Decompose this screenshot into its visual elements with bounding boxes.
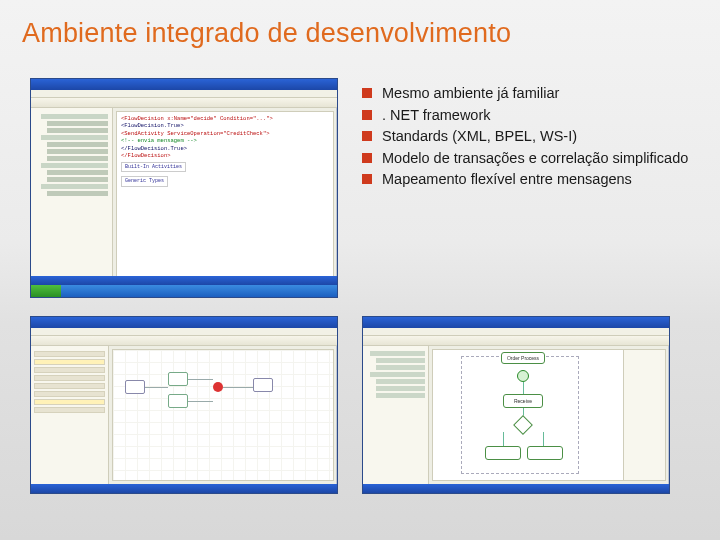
collapsed-region: Generic Types [121,176,168,187]
bullet-text: Mapeamento flexível entre mensagens [382,171,632,187]
code-line: <SendActivity ServiceOperation="CreditCh… [121,130,329,137]
functoid-icon [213,382,223,392]
windows-taskbar [31,285,337,297]
port-shape: Order Process [501,352,545,364]
start-button [31,285,61,297]
orchestration-tree [363,346,429,484]
code-pane: <FlowDecision x:Name="decide" Condition=… [116,111,334,285]
window-toolbar [31,98,337,108]
screenshot-code-editor: <FlowDecision x:Name="decide" Condition=… [30,78,338,298]
design-surface: Order Process Receive [432,349,666,481]
window-statusbar [31,276,337,285]
code-line: <FlowDecision.True> [121,122,329,129]
window-titlebar [363,317,669,328]
bullet-square-icon [362,174,372,184]
bullet-item: Modelo de transações e correlação simpli… [362,149,702,168]
start-shape-icon [517,370,529,382]
bullet-square-icon [362,153,372,163]
screenshot-workflow: Order Process Receive [362,316,670,494]
bullet-square-icon [362,110,372,120]
window-menubar [363,328,669,336]
bullet-item: Mesmo ambiente já familiar [362,84,702,103]
mapping-canvas [112,349,334,481]
window-menubar [31,90,337,98]
window-titlebar [31,79,337,90]
window-toolbar [31,336,337,346]
code-line: </FlowDecision> [121,152,329,159]
collapsed-region: Built-In Activities [121,162,186,173]
bullet-text: . NET framework [382,107,491,123]
action-shape [527,446,563,460]
code-line: </FlowDecision.True> [121,145,329,152]
slide-title: Ambiente integrado de desenvolvimento [22,18,511,49]
bullet-item: Mapeamento flexível entre mensagens [362,170,702,189]
bullet-list: Mesmo ambiente já familiar . NET framewo… [362,84,702,192]
screenshot-mapper [30,316,338,494]
bullet-item: Standards (XML, BPEL, WS-I) [362,127,702,146]
action-shape [485,446,521,460]
window-statusbar [363,484,669,493]
window-statusbar [31,484,337,493]
bullet-text: Mesmo ambiente já familiar [382,85,559,101]
properties-pane [623,350,665,480]
bullet-item: . NET framework [362,106,702,125]
code-line: <FlowDecision x:Name="decide" Condition=… [121,115,329,122]
code-line: <!-- envia mensagem --> [121,137,329,144]
bullet-text: Standards (XML, BPEL, WS-I) [382,128,577,144]
schema-tree [31,346,109,484]
window-toolbar [363,336,669,346]
window-menubar [31,328,337,336]
bullet-square-icon [362,88,372,98]
window-titlebar [31,317,337,328]
solution-explorer [31,108,113,288]
bullet-square-icon [362,131,372,141]
receive-shape: Receive [503,394,543,408]
bullet-text: Modelo de transações e correlação simpli… [382,150,688,166]
